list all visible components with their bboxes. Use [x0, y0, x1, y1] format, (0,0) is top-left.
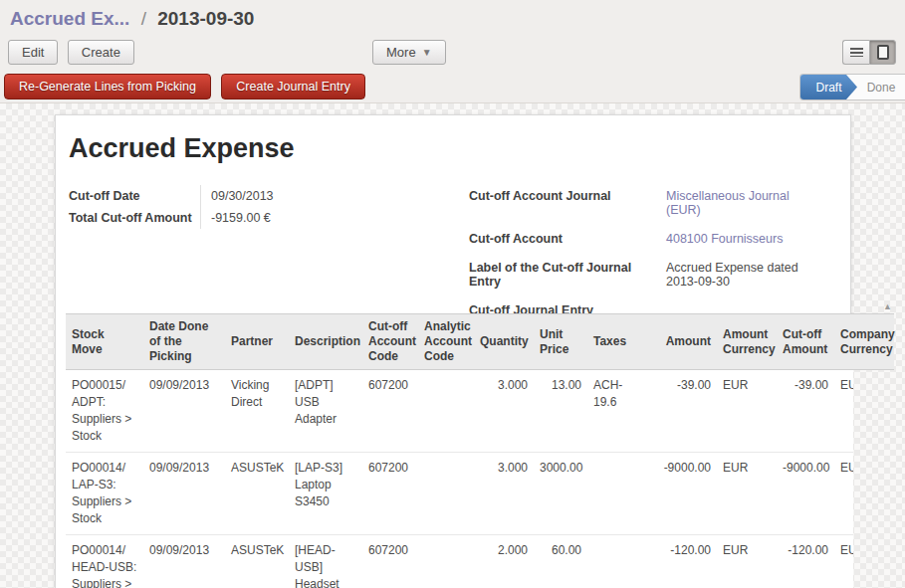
column-header: Taxes — [587, 314, 647, 370]
table-cell — [587, 535, 647, 588]
form-view-button[interactable] — [869, 40, 896, 65]
list-view-button[interactable] — [842, 40, 869, 65]
table-cell: [ADPT] USB Adapter — [289, 370, 362, 453]
table-row[interactable]: PO00014/​HEAD-USB: Suppliers > Stock09/0… — [66, 535, 853, 588]
column-header: Company Currency — [834, 314, 894, 370]
more-label: More — [386, 45, 416, 60]
column-header: Stock Move — [66, 314, 143, 370]
field-value-cutoff-account[interactable]: 408100 Fournisseurs — [666, 228, 825, 250]
field-label-journal-entry-label: Label of the Cut-off Journal Entry — [469, 257, 666, 293]
line-table-rows: PO00015/​ADPT: Suppliers > Stock09/09/20… — [66, 370, 853, 588]
table-cell: 60.00 — [534, 535, 587, 588]
table-cell: 09/09/2013 — [143, 370, 225, 453]
field-value-cutoff-account-journal[interactable]: Miscellaneous Journal (EUR) — [666, 185, 825, 221]
column-header: Amount Currency — [717, 314, 777, 370]
table-cell: PO00014/​LAP-S3: Suppliers > Stock — [66, 453, 143, 535]
field-value-journal-entry-label: Accrued Expense dated 2013-09-30 — [666, 257, 825, 293]
table-cell: -120.00 — [647, 535, 717, 588]
table-cell: 13.00 — [534, 370, 587, 453]
column-header: Amount — [647, 314, 717, 370]
list-view-icon — [850, 48, 863, 57]
line-table-body: PO00015/​ADPT: Suppliers > Stock09/09/20… — [66, 370, 853, 588]
breadcrumb: Accrued Ex... / 2013-09-30 — [10, 8, 254, 30]
table-cell: 2.000 — [474, 535, 534, 588]
column-header: Analytic Account Code — [418, 314, 474, 370]
content-background: Accrued Expense Cut-off Date 09/30/2013 … — [0, 103, 905, 588]
create-button[interactable]: Create — [68, 40, 134, 65]
line-table-header: Stock MoveDate Done of the PickingPartne… — [66, 313, 894, 370]
table-cell: 607200 — [362, 453, 418, 535]
breadcrumb-separator: / — [135, 8, 152, 29]
column-header: Unit Price — [534, 314, 587, 370]
table-cell: EUR — [717, 535, 777, 588]
table-cell: EUR — [717, 370, 777, 453]
table-cell: EUR — [834, 453, 853, 535]
table-cell — [418, 370, 474, 453]
create-journal-entry-button[interactable]: Create Journal Entry — [221, 74, 365, 99]
table-cell: EUR — [834, 370, 853, 453]
chevron-down-icon: ▼ — [422, 47, 432, 58]
scrollbar-up-icon[interactable]: ▲ — [883, 301, 892, 311]
field-label-cutoff-account: Cut-off Account — [469, 228, 666, 250]
table-cell: -39.00 — [647, 370, 717, 453]
table-cell: -120.00 — [777, 535, 834, 588]
table-cell: [HEAD-USB] Headset USB — [289, 535, 362, 588]
header-row: Stock MoveDate Done of the PickingPartne… — [66, 314, 894, 370]
field-label-total-cutoff-amount: Total Cut-off Amount — [69, 207, 200, 229]
column-header: Description — [289, 314, 362, 370]
form-sheet: Accrued Expense Cut-off Date 09/30/2013 … — [55, 114, 851, 588]
table-cell: ASUSTeK — [225, 453, 289, 535]
column-header: Cut-off Account Code — [362, 314, 418, 370]
table-cell — [418, 535, 474, 588]
table-cell: 09/09/2013 — [143, 535, 225, 588]
table-cell: EUR — [717, 453, 777, 535]
form-view-icon — [877, 45, 889, 60]
table-cell — [418, 453, 474, 535]
table-row[interactable]: PO00015/​ADPT: Suppliers > Stock09/09/20… — [66, 370, 853, 453]
field-value-cutoff-date: 09/30/2013 — [200, 185, 369, 207]
table-cell: 607200 — [362, 370, 418, 453]
table-cell: 3000.00 — [534, 453, 587, 535]
left-field-group: Cut-off Date 09/30/2013 Total Cut-off Am… — [69, 185, 369, 229]
table-cell: PO00015/​ADPT: Suppliers > Stock — [66, 370, 143, 453]
page-title: Accrued Expense — [69, 133, 295, 164]
column-header: Quantity — [474, 314, 534, 370]
status-done[interactable]: Done — [857, 75, 905, 99]
table-cell: -9000.00 — [777, 453, 834, 535]
more-dropdown-button[interactable]: More▼ — [372, 40, 446, 65]
table-cell: 607200 — [362, 535, 418, 588]
field-value-total-cutoff-amount: -9159.00 € — [200, 207, 369, 229]
table-cell: -39.00 — [777, 370, 834, 453]
table-cell: 09/09/2013 — [143, 453, 225, 535]
column-header: Cut-off Amount — [777, 314, 834, 370]
table-cell: [LAP-S3] Laptop S3450 — [289, 453, 362, 535]
breadcrumb-parent-link[interactable]: Accrued Ex... — [10, 8, 129, 29]
right-field-group: Cut-off Account Journal Miscellaneous Jo… — [469, 185, 825, 321]
field-label-cutoff-date: Cut-off Date — [69, 185, 200, 207]
table-cell: ASUSTeK — [225, 535, 289, 588]
view-switcher — [842, 40, 896, 65]
table-cell: PO00014/​HEAD-USB: Suppliers > Stock — [66, 535, 143, 588]
line-table-body-clip: PO00015/​ADPT: Suppliers > Stock09/09/20… — [66, 370, 853, 588]
edit-button[interactable]: Edit — [8, 40, 58, 65]
action-row: Re-Generate Lines from Picking Create Jo… — [0, 74, 905, 103]
table-row[interactable]: PO00014/​LAP-S3: Suppliers > Stock09/09/… — [66, 453, 853, 535]
cutoff-lines-table: ▲ Stock MoveDate Done of the PickingPart… — [66, 313, 905, 588]
table-cell: ACH-19.6 — [587, 370, 647, 453]
table-cell: -9000.00 — [647, 453, 717, 535]
column-header: Partner — [225, 314, 289, 370]
field-label-cutoff-account-journal: Cut-off Account Journal — [469, 185, 666, 221]
statusbar: Draft Done — [799, 74, 905, 100]
table-cell — [587, 453, 647, 535]
table-cell: 3.000 — [474, 453, 534, 535]
column-header: Date Done of the Picking — [143, 314, 225, 370]
table-cell: Vicking Direct — [225, 370, 289, 453]
regenerate-lines-button[interactable]: Re-Generate Lines from Picking — [4, 74, 211, 99]
top-bar: Accrued Ex... / 2013-09-30 Edit Create M… — [0, 0, 905, 103]
status-draft[interactable]: Draft — [800, 75, 857, 99]
breadcrumb-current: 2013-09-30 — [157, 8, 254, 29]
table-cell: EUR — [834, 535, 853, 588]
table-cell: 3.000 — [474, 370, 534, 453]
